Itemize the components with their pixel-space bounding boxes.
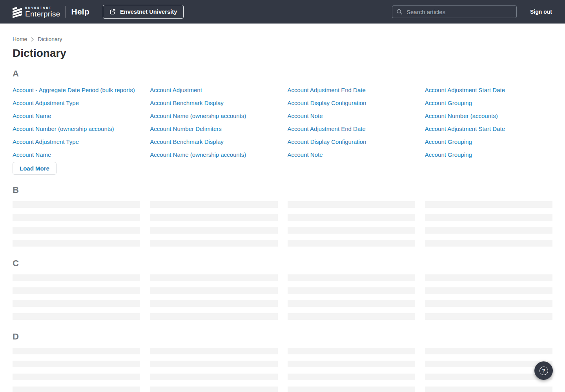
section-letter: B [13,185,552,195]
dictionary-link[interactable]: Account Adjustment [150,86,277,94]
dictionary-link[interactable]: Account Adjustment Start Date [425,125,552,133]
skeleton-bar [288,387,415,392]
dictionary-link[interactable]: Account Display Configuration [288,99,415,107]
section-letter: C [13,259,552,268]
dictionary-link[interactable]: Account Grouping [425,151,552,159]
skeleton-bar [288,361,415,367]
breadcrumb-home-link[interactable]: Home [13,36,27,42]
skeleton-bar [13,387,140,392]
dictionary-link[interactable]: Account Name (ownership accounts) [150,151,277,159]
skeleton-bar [425,313,552,320]
brand-enterprise-label: Enterprise [25,10,60,18]
dictionary-link[interactable]: Account Adjustment Type [13,99,140,107]
question-mark-icon: ? [539,367,548,375]
dictionary-link[interactable]: Account Grouping [425,99,552,107]
letter-section-c: C [13,259,552,320]
brand-divider [66,6,66,18]
dictionary-link[interactable]: Account Benchmark Display [150,99,277,107]
skeleton-bar [425,227,552,234]
search-input[interactable] [392,5,517,18]
skeleton-bar [150,361,277,367]
dictionary-link-grid: Account - Aggregate Date Period (bulk re… [13,86,552,159]
brand-envestnet-label: ENVESTNET [25,6,60,9]
skeleton-bar [13,201,140,208]
dictionary-link[interactable]: Account - Aggregate Date Period (bulk re… [13,86,140,94]
skeleton-bar [150,287,277,294]
main-content: Home Dictionary Dictionary AAccount - Ag… [13,36,552,392]
skeleton-bar [425,300,552,307]
skeleton-bar [425,387,552,392]
dictionary-link[interactable]: Account Adjustment End Date [288,125,415,133]
letter-section-b: B [13,185,552,247]
dictionary-link[interactable]: Account Benchmark Display [150,138,277,146]
help-floating-button[interactable]: ? [534,361,553,380]
skeleton-bar [150,313,277,320]
dictionary-link[interactable]: Account Display Configuration [288,138,415,146]
dictionary-sections: AAccount - Aggregate Date Period (bulk r… [13,69,552,392]
page-title: Dictionary [13,47,552,59]
skeleton-bar [425,201,552,208]
skeleton-bar [425,214,552,221]
dictionary-link[interactable]: Account Note [288,151,415,159]
dictionary-link[interactable]: Account Name (ownership accounts) [150,112,277,120]
skeleton-bar [288,214,415,221]
dictionary-link[interactable]: Account Number (ownership accounts) [13,125,140,133]
skeleton-bar [288,287,415,294]
skeleton-bar [288,313,415,320]
app-header: ENVESTNET Enterprise Help Envestnet Univ… [0,0,565,24]
skeleton-bar [150,274,277,281]
dictionary-link[interactable]: Account Name [13,112,140,120]
skeleton-bar [150,300,277,307]
skeleton-bar [13,348,140,354]
university-button-label: Envestnet University [120,9,177,15]
skeleton-bar [425,240,552,247]
letter-section-d: D [13,332,552,392]
skeleton-bar [288,227,415,234]
breadcrumb-current: Dictionary [38,36,62,42]
dictionary-link[interactable]: Account Adjustment End Date [288,86,415,94]
dictionary-link[interactable]: Account Note [288,112,415,120]
dictionary-link[interactable]: Account Name [13,151,140,159]
skeleton-bar [150,240,277,247]
search-bar [392,5,517,18]
brand-help-label: Help [71,7,89,16]
loading-skeleton-grid [13,201,552,247]
skeleton-bar [13,313,140,320]
skeleton-bar [150,227,277,234]
brand-text: ENVESTNET Enterprise [25,6,60,18]
skeleton-bar [425,361,552,367]
dictionary-link[interactable]: Account Adjustment Start Date [425,86,552,94]
skeleton-bar [150,201,277,208]
skeleton-bar [150,374,277,380]
skeleton-bar [425,287,552,294]
dictionary-link[interactable]: Account Number (accounts) [425,112,552,120]
skeleton-bar [425,348,552,354]
skeleton-bar [288,274,415,281]
dictionary-link[interactable]: Account Grouping [425,138,552,146]
load-more-button[interactable]: Load More [13,162,56,175]
skeleton-bar [288,374,415,380]
dictionary-link[interactable]: Account Number Delimiters [150,125,277,133]
skeleton-bar [288,240,415,247]
skeleton-bar [425,374,552,380]
skeleton-bar [13,287,140,294]
skeleton-bar [13,374,140,380]
external-link-icon [109,9,116,15]
chevron-right-icon [31,37,34,42]
envestnet-university-button[interactable]: Envestnet University [103,5,184,19]
skeleton-bar [13,227,140,234]
skeleton-bar [150,387,277,392]
loading-skeleton-grid [13,274,552,320]
loading-skeleton-grid [13,348,552,392]
envestnet-logo-icon [13,5,22,18]
skeleton-bar [288,201,415,208]
skeleton-bar [13,214,140,221]
skeleton-bar [288,348,415,354]
skeleton-bar [425,274,552,281]
breadcrumb: Home Dictionary [13,36,552,42]
dictionary-link[interactable]: Account Adjustment Type [13,138,140,146]
sign-out-link[interactable]: Sign out [530,9,552,15]
envestnet-enterprise-logo[interactable]: ENVESTNET Enterprise Help [13,5,89,18]
skeleton-bar [13,274,140,281]
skeleton-bar [13,300,140,307]
